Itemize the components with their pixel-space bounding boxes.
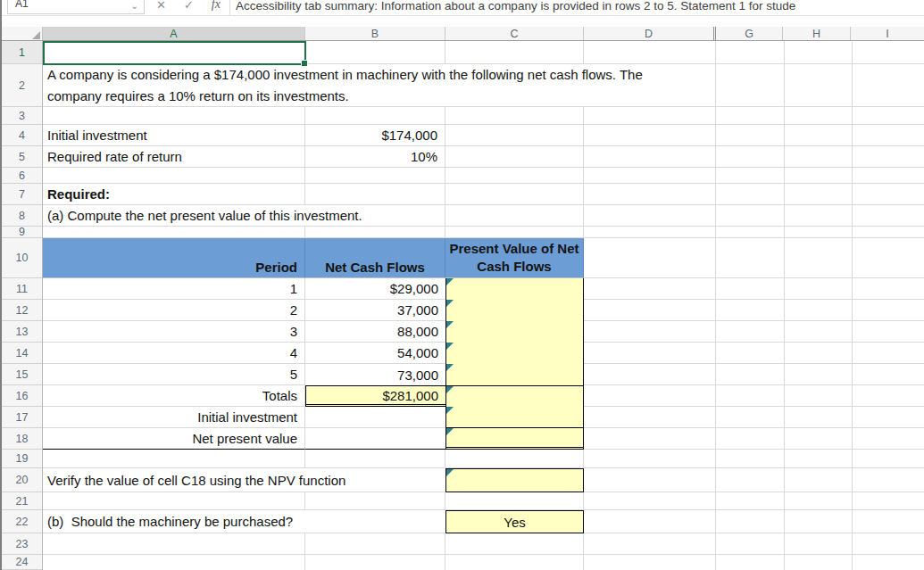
cell[interactable] xyxy=(445,205,584,227)
cell[interactable] xyxy=(584,407,716,428)
cell[interactable] xyxy=(445,492,584,510)
row-header-8[interactable]: 8 xyxy=(2,205,42,227)
row-header-1[interactable]: 1 xyxy=(2,41,42,64)
cell[interactable] xyxy=(785,468,853,492)
cell-A11-period[interactable]: 1 xyxy=(43,278,305,300)
cell[interactable] xyxy=(853,385,924,407)
cell[interactable] xyxy=(853,205,924,227)
cell[interactable] xyxy=(853,107,924,125)
cell[interactable] xyxy=(445,184,584,205)
cell[interactable] xyxy=(785,184,853,205)
cell[interactable] xyxy=(785,278,853,300)
cell[interactable] xyxy=(785,146,853,168)
insert-function-icon[interactable]: fx xyxy=(212,0,221,12)
cell-B15-cash[interactable]: 73,000 xyxy=(305,364,445,385)
cell[interactable] xyxy=(785,492,853,510)
column-header-I[interactable]: I xyxy=(851,27,924,40)
cell[interactable] xyxy=(716,278,785,300)
cell[interactable] xyxy=(584,364,716,385)
cell[interactable] xyxy=(853,492,924,510)
cell[interactable] xyxy=(716,428,785,450)
cell[interactable] xyxy=(43,555,305,570)
cell[interactable] xyxy=(305,184,445,205)
cell[interactable] xyxy=(584,428,716,450)
cell-C15-pv-input[interactable] xyxy=(445,364,584,385)
cell-B12-cash[interactable]: 37,000 xyxy=(305,300,445,321)
cell-C13-pv-input[interactable] xyxy=(445,321,584,343)
cell[interactable] xyxy=(785,168,853,184)
cell[interactable] xyxy=(853,364,924,385)
cell[interactable] xyxy=(716,41,785,64)
column-header-G[interactable]: G xyxy=(716,27,783,40)
name-box[interactable]: A1 ⌄ xyxy=(7,0,145,14)
row-header-10[interactable]: 10 xyxy=(2,238,42,278)
cell[interactable] xyxy=(716,533,785,555)
cell[interactable] xyxy=(853,510,924,533)
row-header-6[interactable]: 6 xyxy=(2,168,42,184)
row-header-15[interactable]: 15 xyxy=(2,364,42,385)
cell[interactable] xyxy=(716,64,785,107)
cell-C11-pv-input[interactable] xyxy=(445,278,584,300)
cell[interactable] xyxy=(785,533,853,555)
cell[interactable] xyxy=(584,555,716,570)
cell-A5-rate-label[interactable]: Required rate of return xyxy=(43,146,305,168)
cell-A1[interactable] xyxy=(43,41,305,64)
cell[interactable] xyxy=(853,125,924,146)
cell-C14-pv-input[interactable] xyxy=(445,343,584,364)
cell[interactable] xyxy=(716,184,785,205)
cell[interactable] xyxy=(853,555,924,570)
cell-B5-rate-value[interactable]: 10% xyxy=(305,146,445,168)
cell[interactable] xyxy=(785,41,853,64)
cell[interactable] xyxy=(584,205,716,227)
select-all-button[interactable] xyxy=(2,27,43,40)
cell-A17-initial-investment-label[interactable]: Initial investment xyxy=(43,407,305,428)
cell[interactable] xyxy=(716,385,785,407)
cell[interactable] xyxy=(43,450,305,468)
cell[interactable] xyxy=(716,321,785,343)
cell[interactable] xyxy=(853,450,924,468)
column-header-B[interactable]: B xyxy=(305,27,445,40)
cell[interactable] xyxy=(853,184,924,205)
cell[interactable] xyxy=(853,343,924,364)
row-header-21[interactable]: 21 xyxy=(2,492,42,510)
cell[interactable] xyxy=(853,238,924,278)
row-header-7[interactable]: 7 xyxy=(2,184,42,205)
cell[interactable] xyxy=(716,343,785,364)
row-header-5[interactable]: 5 xyxy=(2,146,42,168)
cell-A16-totals-label[interactable]: Totals xyxy=(43,385,305,407)
row-header-14[interactable]: 14 xyxy=(2,343,42,364)
cell[interactable] xyxy=(305,492,445,510)
cell-C17-initial-investment-input[interactable] xyxy=(445,407,584,428)
cell[interactable] xyxy=(445,450,584,468)
cell[interactable] xyxy=(853,300,924,321)
cell-A12-period[interactable]: 2 xyxy=(43,300,305,321)
cell[interactable] xyxy=(584,300,716,321)
cell[interactable] xyxy=(785,107,853,125)
cell[interactable] xyxy=(43,533,305,555)
cell-C20-npv-verify-input[interactable] xyxy=(445,468,584,492)
cell-A20-verify-text[interactable]: Verify the value of cell C18 using the N… xyxy=(43,468,445,492)
table-header-present-value[interactable]: Present Value of Net Cash Flows xyxy=(445,238,584,278)
row-header-12[interactable]: 12 xyxy=(2,300,42,321)
cell-B17[interactable] xyxy=(305,407,445,428)
cell-C16-pv-total[interactable] xyxy=(445,385,584,407)
cell[interactable] xyxy=(584,125,716,146)
cell[interactable] xyxy=(785,125,853,146)
cell[interactable] xyxy=(43,107,305,125)
cell-C12-pv-input[interactable] xyxy=(445,300,584,321)
row-header-16[interactable]: 16 xyxy=(2,385,42,407)
cell[interactable] xyxy=(853,533,924,555)
cell[interactable] xyxy=(584,533,716,555)
cell-B16-totals-value[interactable]: $281,000 xyxy=(305,385,445,407)
table-header-period[interactable]: Period xyxy=(43,238,305,278)
cell[interactable] xyxy=(584,385,716,407)
column-header-D[interactable]: D xyxy=(584,27,716,40)
cell[interactable] xyxy=(584,510,716,533)
cell[interactable] xyxy=(853,227,924,238)
cell[interactable] xyxy=(445,107,584,125)
cell[interactable] xyxy=(584,227,716,238)
cell[interactable] xyxy=(584,107,716,125)
cell[interactable] xyxy=(716,227,785,238)
cell[interactable] xyxy=(584,41,716,64)
cell[interactable] xyxy=(584,168,716,184)
